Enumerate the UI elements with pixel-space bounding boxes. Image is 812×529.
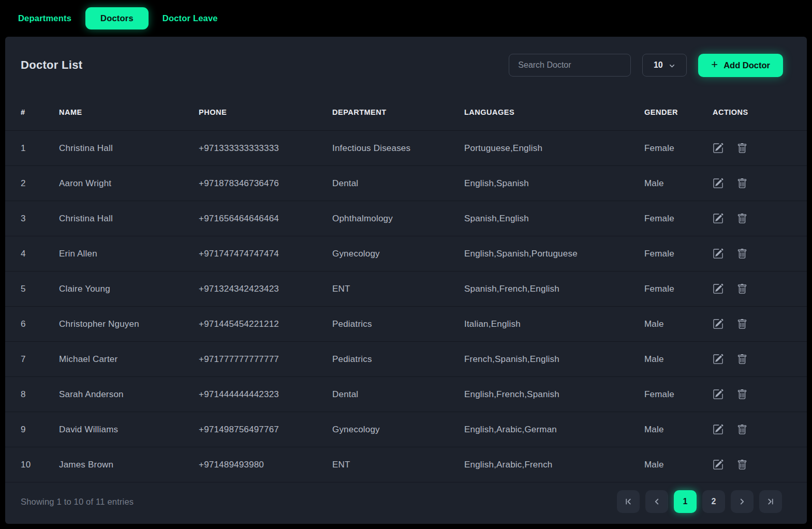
row-actions [713,178,791,189]
doctor-gender: Female [644,214,713,224]
row-number: 9 [21,425,59,435]
trash-icon [737,178,747,189]
table-row: 9 David Williams +971498756497767 Gyneco… [5,412,807,447]
edit-doctor-button[interactable] [713,178,724,189]
table-controls: 10 + Add Doctor [509,54,783,77]
column-header-number: # [21,108,59,116]
edit-doctor-button[interactable] [713,354,724,365]
page-size-value: 10 [654,61,663,70]
delete-doctor-button[interactable] [737,354,747,365]
row-number: 7 [21,354,59,365]
doctor-phone: +971324342423423 [199,284,332,294]
edit-doctor-button[interactable] [713,459,724,470]
chevron-right-icon [737,497,747,506]
delete-doctor-button[interactable] [737,319,747,329]
doctor-phone: +971445454221212 [199,319,332,329]
add-doctor-label: Add Doctor [724,61,770,70]
doctor-phone: +971444444442323 [199,389,332,400]
doctor-name: Sarah Anderson [59,389,199,400]
trash-icon [737,249,747,259]
add-doctor-button[interactable]: + Add Doctor [698,54,783,77]
doctor-department: ENT [332,460,464,470]
delete-doctor-button[interactable] [737,143,747,154]
doctor-name: Aaron Wright [59,178,199,189]
doctor-department: Gynecology [332,249,464,259]
table-row: 3 Christina Hall +971656464646464 Ophtha… [5,201,807,236]
tab-departments[interactable]: Departments [18,7,71,29]
prev-page-button[interactable] [645,490,668,513]
pagination: 1 2 [617,490,782,513]
doctor-name: Michael Carter [59,354,199,365]
doctor-phone: +971498756497767 [199,425,332,435]
row-actions [713,459,791,470]
doctor-languages: Spanish,French,English [464,284,644,294]
delete-doctor-button[interactable] [737,389,747,400]
entries-summary: Showing 1 to 10 of 11 entries [21,497,134,507]
page-title: Doctor List [21,58,82,72]
doctor-phone: +971489493980 [199,460,332,470]
pencil-square-icon [713,319,724,329]
table-row: 10 James Brown +971489493980 ENT English… [5,447,807,482]
edit-doctor-button[interactable] [713,283,724,294]
edit-doctor-button[interactable] [713,143,724,154]
delete-doctor-button[interactable] [737,214,747,224]
last-page-button[interactable] [759,490,782,513]
table-row: 2 Aaron Wright +971878346736476 Dental E… [5,166,807,201]
trash-icon [737,143,747,154]
delete-doctor-button[interactable] [737,460,747,470]
doctor-phone: +971878346736476 [199,178,332,189]
page-size-select[interactable]: 10 [642,54,687,77]
pencil-square-icon [713,354,724,365]
pencil-square-icon [713,459,724,470]
trash-icon [737,389,747,400]
doctor-gender: Male [644,354,713,365]
row-actions [713,143,791,154]
trash-icon [737,284,747,294]
row-actions [713,354,791,365]
row-actions [713,283,791,294]
tab-doctor-leave[interactable]: Doctor Leave [163,7,218,29]
page-button-2[interactable]: 2 [702,490,725,513]
doctor-phone: +971777777777777 [199,354,332,365]
chevron-bar-right-icon [766,497,775,506]
column-header-gender: GENDER [644,108,713,116]
search-input[interactable] [509,54,631,77]
doctor-department: Infectious Diseases [332,143,464,154]
doctor-name: Christina Hall [59,143,199,154]
trash-icon [737,214,747,224]
doctor-name: Christopher Nguyen [59,319,199,329]
delete-doctor-button[interactable] [737,284,747,294]
doctor-department: Ophthalmology [332,214,464,224]
next-page-button[interactable] [731,490,754,513]
doctor-table: # NAME PHONE DEPARTMENT LANGUAGES GENDER… [5,94,807,482]
edit-doctor-button[interactable] [713,389,724,400]
delete-doctor-button[interactable] [737,425,747,435]
doctor-gender: Male [644,460,713,470]
doctor-name: David Williams [59,425,199,435]
tab-doctors[interactable]: Doctors [85,7,149,29]
table-row: 7 Michael Carter +971777777777777 Pediat… [5,342,807,377]
row-actions [713,213,791,224]
doctor-gender: Female [644,249,713,259]
page-button-1[interactable]: 1 [674,490,697,513]
pencil-square-icon [713,424,724,435]
doctor-gender: Male [644,178,713,189]
chevron-bar-left-icon [624,497,633,506]
edit-doctor-button[interactable] [713,213,724,224]
edit-doctor-button[interactable] [713,424,724,435]
delete-doctor-button[interactable] [737,249,747,259]
doctor-phone: +971747474747474 [199,249,332,259]
delete-doctor-button[interactable] [737,178,747,189]
row-number: 5 [21,284,59,294]
column-header-languages: LANGUAGES [464,108,644,116]
first-page-button[interactable] [617,490,640,513]
doctor-department: ENT [332,284,464,294]
doctor-languages: English,Arabic,German [464,425,644,435]
pencil-square-icon [713,178,724,189]
chevron-left-icon [652,497,661,506]
edit-doctor-button[interactable] [713,248,724,259]
edit-doctor-button[interactable] [713,319,724,329]
table-body: 1 Christina Hall +971333333333333 Infect… [5,131,807,482]
plus-icon: + [711,59,718,70]
table-header-row: # NAME PHONE DEPARTMENT LANGUAGES GENDER… [5,94,807,131]
